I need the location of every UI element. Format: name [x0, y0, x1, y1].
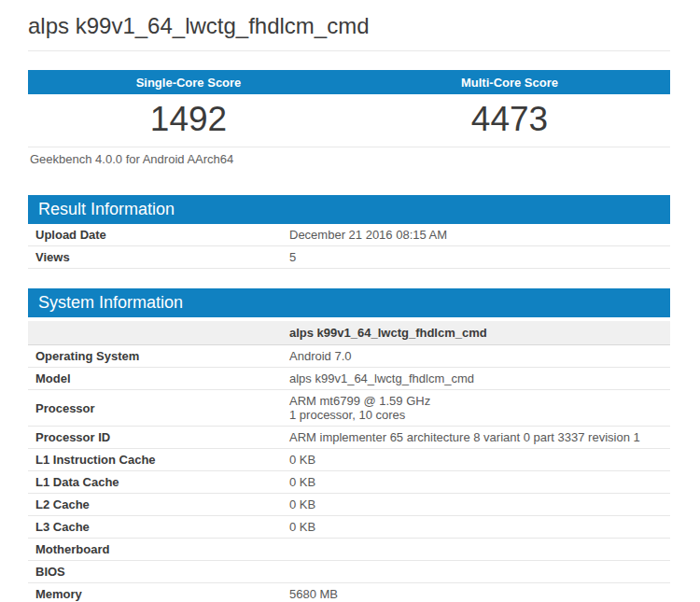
table-row: L1 Instruction Cache 0 KB: [28, 449, 670, 471]
row-label: Processor ID: [28, 427, 289, 448]
row-label: Operating System: [28, 345, 289, 367]
device-name-subheader: alps k99v1_64_lwctg_fhdlcm_cmd: [289, 326, 670, 340]
row-label: BIOS: [28, 561, 289, 582]
table-row: Model alps k99v1_64_lwctg_fhdlcm_cmd: [28, 368, 670, 390]
table-row: Processor ID ARM implementer 65 architec…: [28, 427, 670, 449]
row-label: L3 Cache: [28, 516, 289, 538]
row-value: 0 KB: [289, 449, 670, 470]
row-value: Android 7.0: [289, 345, 670, 367]
title-divider: [28, 50, 670, 51]
row-label: L1 Instruction Cache: [28, 449, 289, 470]
row-value: ARM mt6799 @ 1.59 GHz 1 processor, 10 co…: [289, 390, 670, 426]
processor-line-1: ARM mt6799 @ 1.59 GHz: [289, 394, 670, 408]
row-label: Motherboard: [28, 539, 289, 560]
table-row: BIOS: [28, 561, 670, 583]
row-label: L2 Cache: [28, 494, 289, 515]
system-information-table: alps k99v1_64_lwctg_fhdlcm_cmd Operating…: [28, 321, 670, 602]
score-values: 1492 4473: [28, 94, 670, 147]
score-banner: Single-Core Score Multi-Core Score: [28, 70, 670, 94]
system-information-header: System Information: [28, 288, 670, 317]
row-value: [289, 568, 670, 576]
geekbench-version-caption: Geekbench 4.0.0 for Android AArch64: [28, 147, 670, 167]
multi-core-score-value: 4473: [349, 100, 670, 139]
table-row: L2 Cache 0 KB: [28, 494, 670, 516]
table-row: Upload Date December 21 2016 08:15 AM: [28, 224, 670, 246]
result-information-header: Result Information: [28, 195, 670, 224]
row-value: 0 KB: [289, 471, 670, 493]
row-value: 0 KB: [289, 494, 670, 515]
result-information-table: Upload Date December 21 2016 08:15 AM Vi…: [28, 224, 670, 269]
page-container: alps k99v1_64_lwctg_fhdlcm_cmd Single-Co…: [28, 0, 670, 602]
table-row: Memory 5680 MB: [28, 583, 670, 602]
page-title: alps k99v1_64_lwctg_fhdlcm_cmd: [28, 0, 670, 39]
row-value: December 21 2016 08:15 AM: [289, 224, 670, 245]
table-row: Motherboard: [28, 539, 670, 561]
table-row: Views 5: [28, 246, 670, 269]
row-label: Processor: [28, 398, 289, 419]
row-label: Model: [28, 368, 289, 389]
multi-core-score-label: Multi-Core Score: [349, 76, 670, 90]
row-value: 5: [289, 246, 670, 268]
row-value: ARM implementer 65 architecture 8 varian…: [289, 427, 670, 448]
row-value: 0 KB: [289, 516, 670, 538]
processor-line-2: 1 processor, 10 cores: [289, 408, 670, 422]
row-label: Views: [28, 246, 289, 268]
row-value: 5680 MB: [289, 583, 670, 602]
table-row: L1 Data Cache 0 KB: [28, 471, 670, 494]
device-name-subheader-row: alps k99v1_64_lwctg_fhdlcm_cmd: [28, 321, 670, 345]
row-label: Upload Date: [28, 224, 289, 245]
single-core-score-label: Single-Core Score: [28, 76, 349, 90]
row-value: [289, 546, 670, 553]
row-label: L1 Data Cache: [28, 471, 289, 493]
row-label: Memory: [28, 583, 289, 602]
row-value: alps k99v1_64_lwctg_fhdlcm_cmd: [289, 368, 670, 389]
table-row: L3 Cache 0 KB: [28, 516, 670, 539]
table-row: Processor ARM mt6799 @ 1.59 GHz 1 proces…: [28, 390, 670, 427]
single-core-score-value: 1492: [28, 100, 349, 139]
table-row: Operating System Android 7.0: [28, 345, 670, 368]
